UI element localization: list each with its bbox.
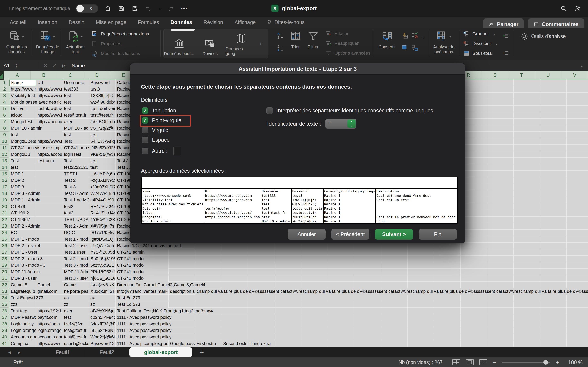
cell-E40[interactable]: 1111 - Avec password policy [116, 334, 195, 340]
row-header-41[interactable]: 41 [0, 341, 9, 347]
cell-C33[interactable]: ne porte pas [62, 288, 89, 295]
cell-C40[interactable]: test@test.fr [62, 334, 89, 340]
cell-C32[interactable]: Camel [62, 282, 89, 288]
cell-C21[interactable]: test2 [62, 210, 89, 216]
row-header-36[interactable]: 36 [0, 308, 9, 314]
row-header-30[interactable]: 30 [0, 269, 9, 275]
cell-E27[interactable]: CT-241 admin [116, 249, 168, 256]
preview-table[interactable]: Namehttps://www.mongodb.com3Visibility t… [141, 189, 458, 224]
cell-E38[interactable]: 1111 - Avec password policy [116, 321, 195, 327]
cell-D5[interactable]: testt doit voir [89, 106, 115, 112]
cell-D23[interactable]: X#Y95|a~7s [89, 223, 115, 229]
row-header-17[interactable]: 17 [0, 184, 9, 190]
cell-D41[interactable]: Password123 [89, 341, 115, 347]
cell-C22[interactable]: TEST UPDAT [62, 217, 89, 223]
cell-D29[interactable]: 5cz%5&92E6 [89, 262, 115, 268]
cell-D12[interactable]: 9K9@6{#@e [89, 151, 115, 158]
cell-B37[interactable]: payfit.com [36, 314, 62, 321]
cell-B33[interactable]: gmail.com [36, 288, 62, 295]
cell-A24[interactable]: EC [9, 230, 35, 236]
tab-dessin[interactable]: Dessin [69, 17, 84, 28]
sheet-tab-feuil1[interactable]: Feuil1 [41, 347, 85, 357]
column-header-S[interactable]: S [482, 71, 508, 80]
cell-A22[interactable]: CT-19667 [9, 217, 35, 223]
autosave-toggle[interactable]: o [76, 4, 98, 13]
cell-D35[interactable]: zz [89, 301, 115, 308]
cell-B6[interactable]: https://www.icloud.com/ [36, 112, 62, 118]
cell-A16[interactable]: MDP 2 [9, 177, 35, 184]
name-box[interactable]: A1 ▲▼ [0, 60, 34, 71]
sheet-tab-feuil2[interactable]: Feuil2 [85, 347, 129, 357]
cell-C1[interactable]: Username [62, 80, 89, 86]
tab-données[interactable]: Données [171, 17, 192, 28]
tab-tell-me[interactable]: Dites-le-nous [274, 17, 304, 28]
cell-A14[interactable]: test [9, 164, 35, 171]
cell-C23[interactable]: Test 2 - Adm [62, 223, 89, 229]
properties-button[interactable]: Propriétés [91, 40, 121, 47]
cell-D4[interactable]: w2@9uld8bY3; [89, 99, 115, 105]
zoom-slider-thumb[interactable] [544, 360, 548, 365]
cell-H41[interactable]: First extra [195, 341, 221, 347]
cell-D2[interactable]: test3 [89, 86, 115, 92]
row-header-25[interactable]: 25 [0, 236, 9, 242]
cell-B1[interactable]: Url [36, 80, 62, 86]
cell-A26[interactable]: MDP 2 - user 4 [9, 243, 62, 249]
checkbox-checked[interactable]: ✓ [142, 108, 148, 114]
cell-B39[interactable]: login.orange [36, 327, 62, 334]
consecutive-checkbox[interactable] [267, 108, 273, 114]
formula-bar-expand-icon[interactable]: ⌄ [580, 63, 584, 68]
cell-A38[interactable]: Login.sellsy [9, 321, 35, 327]
redo-icon[interactable] [167, 4, 175, 12]
tab-accueil[interactable]: Accueil [10, 17, 26, 28]
gallery-scroll-indicator[interactable] [171, 29, 195, 31]
zoom-slider[interactable] [502, 362, 550, 363]
select-all-corner[interactable] [0, 71, 4, 80]
cell-A20[interactable]: CT-479 [9, 203, 35, 210]
cell-A25[interactable]: MDP 1 - modo [9, 236, 62, 242]
sheet-tab-global-export[interactable]: global-export [130, 347, 192, 357]
row-header-11[interactable]: 11 [0, 145, 9, 151]
page-break-view-button[interactable] [479, 359, 487, 365]
cell-G41[interactable]: Google pass [169, 341, 195, 347]
delimiter-row-tabulation[interactable]: ✓Tabulation [142, 108, 176, 114]
cell-A23[interactable]: MDP 2 - Admin [9, 223, 62, 229]
row-header-22[interactable]: 22 [0, 217, 9, 223]
checkbox-unchecked[interactable] [142, 127, 148, 133]
cell-E29[interactable]: CT-241 modo [116, 262, 168, 268]
cell-C39[interactable]: test@test.fr [62, 327, 89, 334]
cell-C30[interactable]: MDP 11 Adm [62, 269, 89, 275]
group-button[interactable]: Grouper⌄ [463, 31, 496, 37]
row-header-3[interactable]: 3 [0, 92, 9, 99]
row-header-14[interactable]: 14 [0, 164, 9, 171]
prev-sheet-arrow[interactable]: ◂ [8, 349, 11, 355]
row-header-29[interactable]: 29 [0, 262, 9, 268]
cell-D37[interactable]: c22h5I<F942 [89, 314, 115, 321]
cell-B12[interactable]: https://account.mongodb.com [36, 151, 62, 158]
cell-A34[interactable]: Test Ed pwd 373 [9, 295, 62, 301]
row-header-27[interactable]: 27 [0, 249, 9, 256]
cell-A9[interactable]: test [9, 132, 35, 138]
cell-C16[interactable]: Test 2 [62, 177, 89, 184]
sort-asc-button[interactable]: AZ ZA [277, 31, 285, 53]
row-header-28[interactable]: 28 [0, 256, 9, 262]
cell-E39[interactable]: 1111 - Avec password policy [116, 327, 195, 334]
cell-C17[interactable]: Test 3 [62, 184, 89, 190]
cell-A6[interactable]: Icloud [9, 112, 35, 118]
row-header-24[interactable]: 24 [0, 230, 9, 236]
row-header-10[interactable]: 10 [0, 138, 9, 145]
refresh-all-button[interactable]: ⌄ Actualiser tout [63, 29, 87, 54]
cell-A27[interactable]: MDP 1 - User [9, 249, 62, 256]
cell-D10[interactable]: 54^U%<Ariq [89, 138, 115, 145]
row-header-6[interactable]: 6 [0, 112, 9, 118]
cell-A2[interactable]: https://www.mongodb.com3 [9, 86, 35, 92]
cell-C8[interactable]: MDP 10 - admin [62, 125, 89, 132]
cell-D39[interactable]: 5LJ62#E3N95 [89, 327, 115, 334]
gallery-item-geography[interactable]: Données géog... [226, 29, 257, 58]
cell-C13[interactable]: Test [62, 158, 89, 164]
row-header-35[interactable]: 35 [0, 301, 9, 308]
cell-B38[interactable]: https://login [36, 321, 62, 327]
edit-links-button[interactable]: Modifier les liaisons [91, 50, 140, 57]
tab-insertion[interactable]: Insertion [38, 17, 57, 28]
cell-D24[interactable]: 9G7o1/t>$w [89, 230, 115, 236]
cell-A36[interactable]: Test tags [9, 308, 35, 314]
